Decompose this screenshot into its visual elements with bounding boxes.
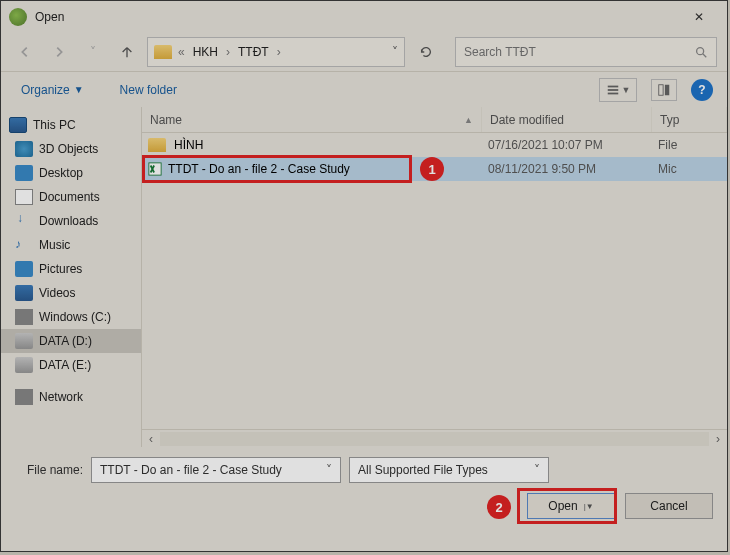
- sidebar-item-pictures[interactable]: Pictures: [1, 257, 141, 281]
- back-button[interactable]: [11, 38, 39, 66]
- file-name: TTDT - Do an - file 2 - Case Study: [168, 162, 350, 176]
- breadcrumb-seg-hkh[interactable]: HKH: [189, 43, 222, 61]
- svg-point-0: [697, 48, 704, 55]
- chevron-down-icon: ▼: [74, 84, 84, 95]
- 3d-icon: [15, 141, 33, 157]
- breadcrumb[interactable]: « HKH › TTĐT › ˅: [147, 37, 405, 67]
- column-date[interactable]: Date modified: [482, 107, 652, 132]
- filename-combo[interactable]: TTDT - Do an - file 2 - Case Study˅: [91, 457, 341, 483]
- video-icon: [15, 285, 33, 301]
- column-name[interactable]: Name▲: [142, 107, 482, 132]
- body: This PC 3D Objects Desktop Documents Dow…: [1, 107, 727, 447]
- chevron-down-icon: ˅: [534, 463, 540, 477]
- network-icon: [15, 389, 33, 405]
- file-name: HÌNH: [174, 138, 203, 152]
- refresh-button[interactable]: [411, 37, 441, 67]
- sidebar-item-windows-c[interactable]: Windows (C:): [1, 305, 141, 329]
- horizontal-scrollbar[interactable]: ‹ ›: [142, 429, 727, 447]
- svg-rect-4: [659, 84, 663, 95]
- column-type[interactable]: Typ: [652, 107, 727, 132]
- cancel-button[interactable]: Cancel: [625, 493, 713, 519]
- sidebar-item-data-e[interactable]: DATA (E:): [1, 353, 141, 377]
- dialog-title: Open: [35, 10, 679, 24]
- titlebar: Open ✕: [1, 1, 727, 33]
- file-type: Mic: [658, 162, 721, 176]
- breadcrumb-seg-ttdt[interactable]: TTĐT: [234, 43, 273, 61]
- drive-icon: [15, 357, 33, 373]
- scroll-right-icon[interactable]: ›: [709, 432, 727, 446]
- up-button[interactable]: [113, 38, 141, 66]
- document-icon: [15, 189, 33, 205]
- annotation-callout-1: 1: [420, 157, 444, 181]
- breadcrumb-prefix: «: [178, 45, 185, 59]
- chevron-right-icon: ›: [277, 45, 281, 59]
- svg-rect-3: [607, 92, 618, 94]
- forward-button[interactable]: [45, 38, 73, 66]
- breadcrumb-dropdown-icon[interactable]: ˅: [392, 45, 398, 59]
- app-icon: [9, 8, 27, 26]
- sort-up-icon: ▲: [464, 115, 473, 125]
- split-chevron-icon: |▼: [584, 502, 594, 511]
- chevron-down-icon: ˅: [326, 463, 332, 477]
- chevron-right-icon: ›: [226, 45, 230, 59]
- desktop-icon: [15, 165, 33, 181]
- filetype-combo[interactable]: All Supported File Types˅: [349, 457, 549, 483]
- svg-rect-5: [665, 84, 669, 95]
- picture-icon: [15, 261, 33, 277]
- filename-label: File name:: [15, 463, 83, 477]
- view-mode-button[interactable]: ▼: [599, 78, 637, 102]
- music-icon: ♪: [15, 237, 33, 253]
- recent-dropdown-icon[interactable]: ˅: [79, 38, 107, 66]
- file-type: File: [658, 138, 721, 152]
- scroll-left-icon[interactable]: ‹: [142, 432, 160, 446]
- open-button[interactable]: Open|▼: [527, 493, 615, 519]
- drive-icon: [15, 333, 33, 349]
- svg-rect-1: [607, 85, 618, 87]
- file-date: 07/16/2021 10:07 PM: [488, 138, 658, 152]
- sidebar-item-this-pc[interactable]: This PC: [1, 113, 141, 137]
- file-list: Name▲ Date modified Typ HÌNH 07/16/2021 …: [142, 107, 727, 447]
- toolbar: Organize▼ New folder ▼ ?: [1, 71, 727, 107]
- sidebar-item-downloads[interactable]: Downloads: [1, 209, 141, 233]
- folder-icon: [148, 138, 166, 152]
- file-date: 08/11/2021 9:50 PM: [488, 162, 658, 176]
- folder-icon: [154, 45, 172, 59]
- search-icon: [694, 45, 708, 59]
- bottom-panel: File name: TTDT - Do an - file 2 - Case …: [1, 447, 727, 533]
- close-icon[interactable]: ✕: [679, 10, 719, 24]
- excel-icon: [148, 162, 162, 176]
- svg-rect-6: [149, 163, 161, 175]
- sidebar-item-desktop[interactable]: Desktop: [1, 161, 141, 185]
- download-icon: [15, 213, 33, 229]
- svg-rect-2: [607, 89, 618, 91]
- sidebar-item-network[interactable]: Network: [1, 385, 141, 409]
- sidebar-item-data-d[interactable]: DATA (D:): [1, 329, 141, 353]
- pc-icon: [9, 117, 27, 133]
- sidebar-item-music[interactable]: ♪Music: [1, 233, 141, 257]
- help-button[interactable]: ?: [691, 79, 713, 101]
- sidebar-item-videos[interactable]: Videos: [1, 281, 141, 305]
- sidebar-item-documents[interactable]: Documents: [1, 185, 141, 209]
- file-rows: HÌNH 07/16/2021 10:07 PM File TTDT - Do …: [142, 133, 727, 429]
- sidebar: This PC 3D Objects Desktop Documents Dow…: [1, 107, 141, 447]
- sidebar-item-3d-objects[interactable]: 3D Objects: [1, 137, 141, 161]
- preview-pane-button[interactable]: [651, 79, 677, 101]
- search-input[interactable]: [455, 37, 717, 67]
- open-dialog: Open ✕ ˅ « HKH › TTĐT › ˅ Organize▼ New …: [0, 0, 728, 552]
- search-field[interactable]: [464, 45, 694, 59]
- column-headers: Name▲ Date modified Typ: [142, 107, 727, 133]
- drive-icon: [15, 309, 33, 325]
- file-row[interactable]: HÌNH 07/16/2021 10:07 PM File: [142, 133, 727, 157]
- new-folder-button[interactable]: New folder: [114, 79, 183, 101]
- annotation-callout-2: 2: [487, 495, 511, 519]
- organize-menu[interactable]: Organize▼: [15, 79, 90, 101]
- nav-row: ˅ « HKH › TTĐT › ˅: [1, 33, 727, 71]
